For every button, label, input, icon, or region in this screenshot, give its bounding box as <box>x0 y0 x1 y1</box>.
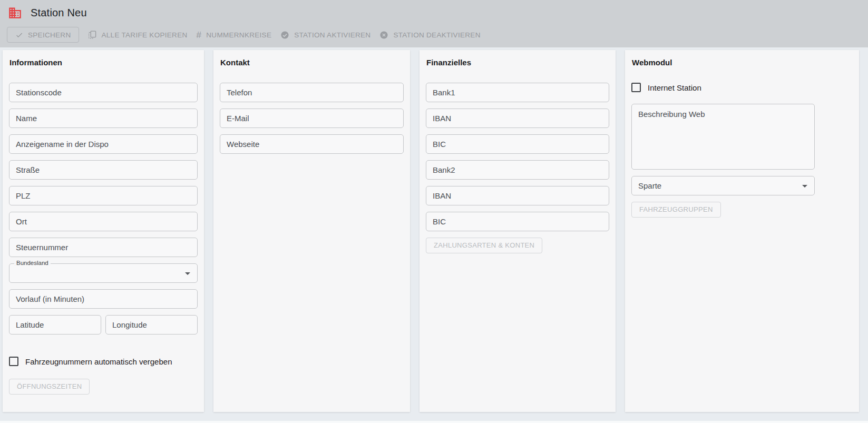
ort-field[interactable] <box>9 212 198 231</box>
chevron-down-icon <box>185 272 190 275</box>
anzeigename-dispo-field[interactable] <box>9 134 198 154</box>
email-field[interactable] <box>220 109 404 128</box>
internet-station-checkbox-row: Internet Station <box>631 83 853 92</box>
longitude-field[interactable] <box>105 315 198 335</box>
sparte-select-value: Sparte <box>632 176 814 195</box>
card-kontakt: Kontakt <box>213 50 410 412</box>
steuernummer-field[interactable] <box>9 238 198 257</box>
card-kontakt-title: Kontakt <box>220 58 404 67</box>
header: Station Neu SPEICHERN ALLE TARIFE KOPIER… <box>0 0 868 47</box>
toolbar: SPEICHERN ALLE TARIFE KOPIEREN # NUMMERN… <box>0 25 868 44</box>
internet-station-label: Internet Station <box>648 83 701 92</box>
beschreibung-web-field[interactable] <box>631 104 815 170</box>
iban2-field[interactable] <box>426 186 609 205</box>
header-title-row: Station Neu <box>0 0 868 25</box>
auto-vehicle-numbers-label: Fahrzeugnummern automatisch vergeben <box>25 357 172 366</box>
deactivate-station-label: STATION DEAKTIVIEREN <box>393 31 480 39</box>
vorlauf-field[interactable] <box>9 289 198 309</box>
activate-station-button[interactable]: STATION AKTIVIEREN <box>280 31 370 40</box>
card-informationen-title: Informationen <box>9 58 198 67</box>
card-informationen: Informationen Bundesland Fahrzeugnummern… <box>3 50 204 412</box>
bank1-field[interactable] <box>426 83 609 102</box>
form-cards: Informationen Bundesland Fahrzeugnummern… <box>0 47 868 412</box>
name-field[interactable] <box>9 109 198 128</box>
bank2-field[interactable] <box>426 160 609 180</box>
vehicle-groups-button[interactable]: FAHRZEUGGRUPPEN <box>631 202 721 218</box>
save-button-label: SPEICHERN <box>28 31 71 39</box>
card-webmodul: Webmodul Internet Station Sparte FAHRZEU… <box>625 50 859 412</box>
copy-icon <box>88 31 96 39</box>
sparte-select[interactable]: Sparte <box>631 176 815 195</box>
strasse-field[interactable] <box>9 160 198 180</box>
bundesland-select[interactable]: Bundesland <box>9 263 198 283</box>
plz-field[interactable] <box>9 186 198 205</box>
deactivate-station-button[interactable]: STATION DEAKTIVIEREN <box>379 31 480 40</box>
card-finanzielles: Finanzielles ZAHLUNGSARTEN & KONTEN <box>420 50 616 412</box>
payment-types-accounts-button[interactable]: ZAHLUNGSARTEN & KONTEN <box>426 238 542 253</box>
coordinates-row <box>9 315 198 341</box>
x-circle-icon <box>379 31 388 40</box>
building-icon <box>8 6 22 20</box>
webseite-field[interactable] <box>220 134 404 154</box>
latitude-field[interactable] <box>9 315 101 335</box>
save-button[interactable]: SPEICHERN <box>7 27 79 43</box>
auto-vehicle-numbers-checkbox[interactable] <box>9 357 18 366</box>
internet-station-checkbox[interactable] <box>631 83 641 92</box>
iban1-field[interactable] <box>426 109 609 128</box>
bottom-strip <box>0 421 868 423</box>
copy-all-tariffs-button[interactable]: ALLE TARIFE KOPIEREN <box>88 31 187 39</box>
page-title: Station Neu <box>31 7 87 19</box>
auto-vehicle-numbers-checkbox-row: Fahrzeugnummern automatisch vergeben <box>9 357 198 366</box>
hash-icon: # <box>197 31 202 40</box>
copy-all-tariffs-label: ALLE TARIFE KOPIEREN <box>101 31 187 39</box>
stationscode-field[interactable] <box>9 83 198 102</box>
card-finanzielles-title: Finanzielles <box>426 58 609 67</box>
card-webmodul-title: Webmodul <box>632 58 853 67</box>
check-circle-icon <box>280 31 289 40</box>
bic1-field[interactable] <box>426 134 609 154</box>
bundesland-select-label: Bundesland <box>14 260 51 266</box>
activate-station-label: STATION AKTIVIEREN <box>294 31 370 39</box>
number-ranges-button[interactable]: # NUMMERNKREISE <box>197 31 272 40</box>
check-icon <box>15 31 23 39</box>
number-ranges-label: NUMMERNKREISE <box>206 31 271 39</box>
bic2-field[interactable] <box>426 212 609 231</box>
chevron-down-icon <box>802 185 807 188</box>
telefon-field[interactable] <box>220 83 404 102</box>
opening-hours-button[interactable]: ÖFFNUNGSZEITEN <box>9 379 90 395</box>
